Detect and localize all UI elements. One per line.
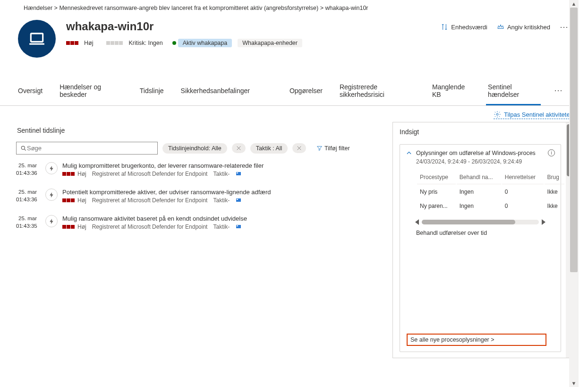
search-icon [20,145,27,152]
col-executions: Henrettelser [502,171,544,184]
col-process-name: Behandl na... [457,171,501,184]
card-daterange: 24/03/2024, 9:24:49 - 26/03/2024, 9:24:4… [416,158,555,165]
search-input-wrapper[interactable] [16,142,158,155]
timeline-date: 25. mar01:43:35 [16,215,41,230]
more-actions-button[interactable]: ⋯ [560,22,568,32]
device-avatar [18,20,56,58]
scroll-right-button[interactable] [542,219,545,225]
severity-badge: Høj [62,197,86,204]
col-usage: Brug [545,171,564,184]
insights-heading: Indsigt [400,128,561,136]
breadcrumb[interactable]: Hændelser > Menneskedrevet ransomware-an… [0,0,579,12]
timeline-item[interactable]: 25. mar01:43:36 Mulig kompromitteret bru… [16,162,387,177]
chevron-up-icon[interactable] [406,150,412,156]
timeline-item[interactable]: 25. mar01:43:36 Potentielt kompromittere… [16,189,387,204]
tab-incidents[interactable]: Hændelser og beskeder [58,78,125,105]
bolt-icon [45,189,58,201]
gear-icon [494,111,501,118]
search-input[interactable] [27,145,153,152]
scroll-left-button[interactable] [415,219,419,225]
add-filter-button[interactable]: Tilføj filter [311,143,355,154]
set-criticality-button[interactable]: Angiv kritiskhed [497,23,550,31]
col-process-type: Procestype [417,171,456,184]
timeline-item-title: Mulig ransomware aktivitet baseret på en… [62,215,247,222]
svg-rect-6 [237,199,238,200]
severity-label: Høj [84,40,93,46]
status-dot-icon [172,41,176,45]
tabs-overflow-button[interactable]: ⋯ [554,85,562,99]
see-all-link[interactable]: Se alle nye procesoplysninger > [407,334,546,346]
tactic-label: Taktik- [213,171,230,177]
customize-activities-button[interactable]: Tilpas Sentinel aktiviteter [494,111,572,119]
page-title: whakapa-win10r [66,20,302,33]
severity-badge: Høj [62,224,86,230]
timeline-date: 25. mar01:43:36 [16,162,41,177]
timeline-heading: Sentinel tidslinje [17,127,387,134]
horizontal-scrollbar[interactable] [422,220,539,224]
timeline-date: 25. mar01:43:36 [16,189,41,204]
filter-chip-tactic-clear[interactable] [292,143,306,153]
severity-indicator [66,41,78,45]
svg-rect-8 [237,225,238,226]
card-title: Oplysninger om udførelse af Windows-proc… [416,150,536,156]
filter-icon [316,145,323,151]
tactic-icon [235,171,242,177]
insights-panel: Indsigt Oplysninger om udførelse af Wind… [392,122,573,358]
tab-overview[interactable]: Oversigt [16,82,44,102]
crown-icon [497,23,504,31]
page-scrollbar[interactable]: ▲ ▼ [569,0,579,387]
insights-card: Oplysninger om udførelse af Windows-proc… [400,144,561,352]
severity-badge: Høj [62,171,86,177]
scroll-up-icon[interactable]: ▲ [571,1,577,7]
svg-point-1 [496,113,498,115]
filter-chip-content[interactable]: Tidslinjeindhold: Alle [162,143,227,154]
registered-by-label: Registreret af Microsoft Defender for En… [92,197,208,204]
criticality-label: Kritisk: Ingen [128,40,162,46]
swap-icon [441,23,448,31]
table-row[interactable]: Ny paren...Ingen0Ikke [417,199,564,213]
filter-chip-content-clear[interactable] [232,143,246,153]
close-icon [236,145,242,151]
tactic-icon [235,224,242,230]
tab-bar: Oversigt Hændelser og beskeder Tidslinje… [0,78,579,106]
scroll-down-icon[interactable]: ▼ [571,380,577,386]
timeline-item-title: Mulig kompromitteret brugerkonto, der le… [62,162,264,169]
chart-label: Behandl udførelser over tid [416,230,555,236]
tactic-label: Taktik- [213,224,230,230]
tab-recommendations[interactable]: Sikkerhedsanbefalinger [179,82,252,102]
table-row[interactable]: Ny prisIngen0Ikke [417,185,564,198]
close-icon [296,145,302,151]
tab-missing-kb[interactable]: Manglende KB [430,78,473,105]
active-group-pill[interactable]: Aktiv whakapapa [178,39,232,47]
bolt-icon [45,215,58,227]
registered-by-label: Registreret af Microsoft Defender for En… [92,224,208,230]
tab-vulnerabilities[interactable]: Registrerede sikkerhedsrisici [338,78,417,105]
tactic-icon [235,198,242,203]
filter-chip-tactic[interactable]: Taktik : All [250,143,288,154]
tab-sentinel-events[interactable]: Sentinel hændelser [486,78,541,105]
timeline-item[interactable]: 25. mar01:43:35 Mulig ransomware aktivit… [16,215,387,230]
info-icon[interactable]: i [548,149,555,156]
process-table: Procestype Behandl na... Henrettelser Br… [416,170,565,214]
registered-by-label: Registreret af Microsoft Defender for En… [92,171,208,177]
svg-rect-4 [237,172,238,173]
svg-point-2 [21,146,25,149]
bolt-icon [45,162,58,174]
laptop-icon [28,30,46,48]
timeline-item-title: Potentielt kompromitterede aktiver, der … [62,189,271,196]
svg-rect-0 [31,34,43,42]
device-group-pill[interactable]: Whakapapa-enheder [238,39,302,47]
tab-timeline[interactable]: Tidslinje [138,82,166,102]
device-value-button[interactable]: Enhedsværdi [441,23,487,31]
tactic-label: Taktik- [213,197,230,204]
criticality-indicator [106,41,123,45]
tab-inventory[interactable]: Opgørelser [288,82,324,102]
